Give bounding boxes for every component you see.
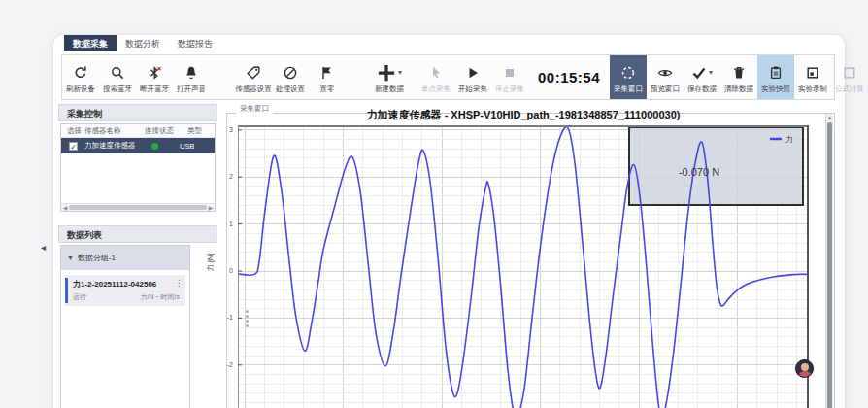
plus-icon: ▾ <box>377 63 402 83</box>
y-tick-label: 0 <box>217 267 233 274</box>
button-label: 停止采集 <box>495 85 524 94</box>
button-label: 置零 <box>320 85 335 94</box>
data-list: ▼数据分组-1 力1-2-20251112-042506 ⋮ 运行 力/N－时间… <box>60 245 190 408</box>
desktop-background: ◂ 数据采集数据分析数据报告 刷新设备搜索蓝牙断开蓝牙打开声音传感器设置处理设置… <box>0 0 868 408</box>
tab-bar: 数据采集数据分析数据报告 <box>64 35 221 51</box>
disconnect-bluetooth-button[interactable]: 断开蓝牙 <box>136 55 173 99</box>
item-menu-icon[interactable]: ⋮ <box>175 279 183 288</box>
button-label: 打开声音 <box>177 85 206 94</box>
assistant-avatar-button[interactable] <box>795 359 814 378</box>
tag-icon <box>246 63 261 83</box>
collect-control-panel-header: 采集控制 <box>58 104 217 121</box>
experiment-snapshot-button[interactable]: 实验快照 <box>757 55 794 99</box>
y-tick-label: -1 <box>217 314 233 321</box>
start-collect-button[interactable]: 开始采集 <box>454 55 491 99</box>
search-bluetooth-button[interactable]: 搜索蓝牙 <box>99 55 136 99</box>
chart-vscrollbar[interactable]: ▲ <box>825 114 833 408</box>
tab-data-collect[interactable]: 数据采集 <box>64 35 117 51</box>
process-settings-button[interactable]: 处理设置 <box>272 55 309 99</box>
experiment-record-button[interactable]: 实验录制 <box>794 55 831 99</box>
button-label: 开始采集 <box>458 85 487 94</box>
play-icon <box>465 63 481 83</box>
eye-icon <box>657 63 673 83</box>
square-icon <box>842 63 857 83</box>
button-label: 新建数据 <box>375 85 404 94</box>
formula-calc-button: 公式计算 <box>831 55 868 99</box>
sensor-table-hscrollbar[interactable]: ◀ ▶ <box>61 203 215 211</box>
sidebar-collapse-arrow-icon[interactable]: ◂ <box>41 242 46 253</box>
sensor-table-header: 选择传感器名称连接状态类型 <box>61 124 215 138</box>
button-label: 处理设置 <box>276 85 305 94</box>
y-axis-label: 力 [N] <box>206 253 216 271</box>
single-point-collect-button: 单点采集 <box>417 55 454 99</box>
slash-circle-icon <box>283 63 298 83</box>
button-label: 实验录制 <box>798 85 827 94</box>
y-tick-label: 1 <box>217 221 233 227</box>
avatar-face <box>801 363 809 371</box>
button-label: 单点采集 <box>421 85 451 94</box>
clipboard-icon <box>768 63 784 83</box>
bell-icon <box>184 63 199 83</box>
sensor-table-body: ✓力加速度传感器USB <box>61 138 215 153</box>
tab-data-report[interactable]: 数据报告 <box>169 35 221 51</box>
data-item-status: 运行 <box>73 292 86 302</box>
column-header: 连接状态 <box>145 124 187 137</box>
data-item-axes: 力/N－时间/s <box>141 292 180 302</box>
button-label: 预览窗口 <box>651 85 680 94</box>
pointer-icon <box>428 63 444 83</box>
stop-collect-button: 停止采集 <box>491 55 528 99</box>
legend-label: 力 <box>785 135 793 144</box>
y-tick-label: 3 <box>217 126 233 133</box>
button-label: 清除数据 <box>724 85 753 94</box>
y-tick-label: -2 <box>217 361 233 368</box>
y-tick-label: 2 <box>217 173 233 180</box>
sensor-table: 选择传感器名称连接状态类型 ✓力加速度传感器USB ◀ ▶ <box>60 123 216 212</box>
set-zero-button[interactable]: 置零 <box>309 55 346 99</box>
bluetooth-off-icon <box>147 63 162 83</box>
toolbar: 刷新设备搜索蓝牙断开蓝牙打开声音传感器设置处理设置置零▾新建数据单点采集开始采集… <box>61 54 835 100</box>
column-header: 选择 <box>61 124 84 137</box>
stop-icon <box>502 63 517 83</box>
column-header: 传感器名称 <box>84 124 145 137</box>
collapse-triangle-icon: ▼ <box>67 255 74 261</box>
sound-on-button[interactable]: 打开声音 <box>173 55 210 99</box>
data-list-item[interactable]: 力1-2-20251112-042506 ⋮ 运行 力/N－时间/s <box>65 275 185 306</box>
chart-title: 力加速度传感器 - XHSP-V10HID_path_-1981348857_1… <box>238 108 809 122</box>
vscroll-thumb[interactable] <box>827 122 832 408</box>
sensor-type: USB <box>180 142 194 151</box>
dropdown-caret-icon[interactable]: ▾ <box>709 68 713 77</box>
sensor-checkbox[interactable]: ✓ <box>69 142 78 151</box>
scroll-left-icon[interactable]: ◀ <box>61 204 69 211</box>
data-group-label: 数据分组-1 <box>78 254 116 262</box>
scroll-up-icon[interactable]: ▲ <box>826 114 833 121</box>
sensor-row[interactable]: ✓力加速度传感器USB <box>61 138 215 153</box>
button-label: 公式计算 <box>835 85 864 94</box>
dropdown-caret-icon[interactable]: ▾ <box>398 68 402 77</box>
data-item-subrow: 运行 力/N－时间/s <box>73 292 180 302</box>
data-group-row[interactable]: ▼数据分组-1 <box>61 246 189 270</box>
save-data-button[interactable]: ▾保存数据 <box>684 55 720 99</box>
check-icon: ▾ <box>691 63 713 83</box>
dashed-circle-icon <box>620 63 636 83</box>
clear-data-button[interactable]: 清除数据 <box>720 55 757 99</box>
flag-icon <box>319 63 335 83</box>
collect-timer: 00:15:54 <box>538 69 600 85</box>
search-icon <box>110 63 125 83</box>
button-label: 搜索蓝牙 <box>103 85 132 94</box>
app-window: 数据采集数据分析数据报告 刷新设备搜索蓝牙断开蓝牙打开声音传感器设置处理设置置零… <box>53 35 845 408</box>
refresh-device-button[interactable]: 刷新设备 <box>62 55 99 99</box>
plot-area[interactable]: -0.070 N力 <box>238 125 809 408</box>
sensor-name: 力加速度传感器 <box>84 141 138 151</box>
hscroll-thumb[interactable] <box>69 205 207 210</box>
sensor-settings-button[interactable]: 传感器设置 <box>235 55 272 99</box>
button-label: 传感器设置 <box>235 85 272 94</box>
button-label: 断开蓝牙 <box>140 85 169 94</box>
button-label: 刷新设备 <box>66 85 95 94</box>
refresh-icon <box>73 63 88 83</box>
new-data-button[interactable]: ▾新建数据 <box>371 55 408 99</box>
record-icon <box>805 63 820 83</box>
preview-window-button[interactable]: 预览窗口 <box>647 55 684 99</box>
chart-card: 采集窗口 力加速度传感器 - XHSP-V10HID_path_-1981348… <box>199 102 835 408</box>
tab-data-analysis[interactable]: 数据分析 <box>117 35 169 51</box>
collect-window-button[interactable]: 采集窗口 <box>610 55 647 99</box>
